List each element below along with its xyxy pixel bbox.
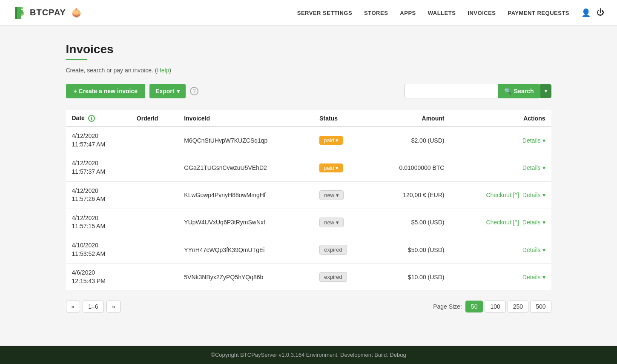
table-row: 4/12/202011:57:15 AMYUpW4UVxUq6P3tRymSwN… [66,209,551,236]
status-badge[interactable]: expired [319,272,347,282]
details-link[interactable]: Details ▾ [522,137,545,144]
cell-orderid [131,181,178,209]
export-chevron-icon: ▾ [177,88,180,95]
cell-amount: 120,00 € (EUR) [370,181,451,209]
cell-actions: Details ▾ [450,236,551,264]
help-link[interactable]: Help [157,67,169,74]
table-row: 4/10/202011:53:52 AMYYnH47cWQp3fK39QmUTg… [66,236,551,264]
cell-actions: Details ▾ [450,126,551,154]
brand: BTCPAY 🧅 [13,5,82,20]
help-circle-icon[interactable]: ? [190,87,198,95]
prev-page-button[interactable]: « [66,301,80,312]
search-button[interactable]: 🔍 Search [498,84,540,98]
details-chevron-icon: ▾ [542,274,545,281]
invoice-table: Date ℹ OrderId InvoiceId Status Amount A… [66,110,551,290]
page-size-250-button[interactable]: 250 [508,301,528,312]
cell-actions: Checkout [^]Details ▾ [450,181,551,209]
navbar: BTCPAY 🧅 SERVER SETTINGS STORES APPS WAL… [0,0,617,26]
details-link[interactable]: Details ▾ [522,219,545,226]
cell-invoiceid: 5VNk3NByx2ZyPQ5hYQq86b [178,264,313,291]
col-status: Status [313,110,369,126]
col-amount: Amount [370,110,451,126]
checkout-link[interactable]: Checkout [^] [486,192,519,198]
cell-amount: $5.00 (USD) [370,209,451,236]
brand-name: BTCPAY [30,8,66,17]
col-date: Date ℹ [66,110,131,126]
search-group: 🔍 Search ▾ [405,84,551,98]
details-chevron-icon: ▾ [542,246,545,253]
cell-status: paid ▾ [313,126,369,154]
details-link[interactable]: Details ▾ [522,246,545,253]
page-size-label: Page Size: [433,303,462,310]
details-link[interactable]: Details ▾ [522,274,545,281]
logout-icon-button[interactable]: ⏻ [597,8,604,17]
status-badge[interactable]: paid ▾ [319,136,343,145]
details-link[interactable]: Details ▾ [522,192,545,198]
nav-icons: 👤 ⏻ [581,8,604,17]
create-invoice-button[interactable]: + Create a new invoice [66,84,146,98]
status-badge[interactable]: new ▾ [319,190,343,200]
page-size-500-button[interactable]: 500 [530,301,551,312]
nav-wallets[interactable]: WALLETS [428,9,456,16]
cell-date: 4/12/202011:57:15 AM [66,209,131,236]
main-content: Invoices Create, search or pay an invoic… [53,26,564,338]
export-button[interactable]: Export ▾ [149,84,186,98]
cell-amount: $10.00 (USD) [370,264,451,291]
nav-invoices[interactable]: INVOICES [468,9,496,16]
cell-date: 4/12/202011:57:26 AM [66,181,131,209]
cell-invoiceid: YUpW4UVxUq6P3tRymSwNxf [178,209,313,236]
nav-stores[interactable]: STORES [364,9,388,16]
checkout-link[interactable]: Checkout [^] [486,219,519,226]
toolbar: + Create a new invoice Export ▾ ? 🔍 Sear… [66,84,551,98]
table-row: 4/12/202011:57:47 AMM6QCnStUHvpW7KUZCSq1… [66,126,551,154]
nav-apps[interactable]: APPS [400,9,416,16]
cell-actions: Details ▾ [450,264,551,291]
cell-invoiceid: YYnH47cWQp3fK39QmUTgEi [178,236,313,264]
cell-date: 4/6/202012:15:43 PM [66,264,131,291]
cell-status: new ▾ [313,209,369,236]
cell-status: expired [313,236,369,264]
details-link[interactable]: Details ▾ [522,164,545,171]
cell-date: 4/10/202011:53:52 AM [66,236,131,264]
pagination: « 1–6 » [66,301,121,312]
date-info-icon[interactable]: ℹ [88,115,95,122]
cell-invoiceid: KLwGowp4PvnyH88owMmgHf [178,181,313,209]
search-dropdown-button[interactable]: ▾ [540,84,551,98]
search-icon: 🔍 [504,88,511,95]
page-size-group: Page Size: 50100250500 [433,301,551,312]
details-chevron-icon: ▾ [542,219,545,226]
export-group: Export ▾ [149,84,186,98]
logo[interactable]: BTCPAY [13,5,66,20]
cell-orderid [131,236,178,264]
cell-orderid [131,209,178,236]
table-row: 4/6/202012:15:43 PM5VNk3NByx2ZyPQ5hYQq86… [66,264,551,291]
cell-orderid [131,264,178,291]
page-range: 1–6 [83,301,103,312]
status-badge[interactable]: expired [319,245,347,255]
cell-status: new ▾ [313,181,369,209]
cell-invoiceid: GGaZ1TUGsnCvwzuU5VEhD2 [178,154,313,181]
nav-server-settings[interactable]: SERVER SETTINGS [297,9,352,16]
cell-amount: 0.01000000 BTC [370,154,451,181]
cell-invoiceid: M6QCnStUHvpW7KUZCSq1qp [178,126,313,154]
search-input[interactable] [405,84,498,98]
nav-payment-requests[interactable]: PAYMENT REQUESTS [508,9,569,16]
col-actions: Actions [450,110,551,126]
details-chevron-icon: ▾ [542,164,545,171]
cell-amount: $50.00 (USD) [370,236,451,264]
tor-icon: 🧅 [71,8,82,18]
nav-links: SERVER SETTINGS STORES APPS WALLETS INVO… [297,9,569,16]
status-badge[interactable]: paid ▾ [319,163,343,172]
table-row: 4/12/202011:57:26 AMKLwGowp4PvnyH88owMmg… [66,181,551,209]
col-orderid: OrderId [131,110,178,126]
status-badge[interactable]: new ▾ [319,218,343,227]
cell-date: 4/12/202011:57:37 AM [66,154,131,181]
cell-date: 4/12/202011:57:47 AM [66,126,131,154]
title-underline [66,59,87,60]
cell-amount: $2.00 (USD) [370,126,451,154]
next-page-button[interactable]: » [106,301,121,312]
page-size-100-button[interactable]: 100 [485,301,505,312]
svg-rect-4 [15,7,17,19]
page-size-50-button[interactable]: 50 [465,301,483,312]
user-icon-button[interactable]: 👤 [581,8,591,17]
